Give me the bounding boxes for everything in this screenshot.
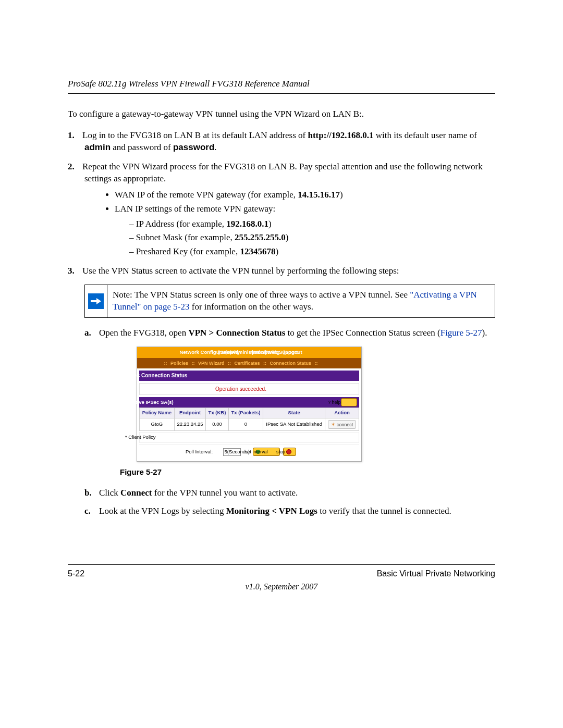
client-policy-note: * Client Policy (139, 432, 359, 443)
note-icon-cell (85, 285, 107, 317)
table-header-row: Policy Name Endpoint Tx (KB) Tx (Packets… (140, 408, 359, 418)
lan-address: http://192.168.0.1 (308, 130, 374, 140)
table-title: ⊞ Active IPSec SA(s) (141, 399, 174, 406)
monitoring-path: Monitoring < VPN Logs (226, 506, 317, 516)
sub-nav: :: Policies :: VPN Wizard :: Certificate… (137, 358, 361, 368)
cell-endpoint: 22.23.24.25 (174, 418, 205, 431)
connect-bold: Connect (120, 488, 152, 498)
arrow-icon (88, 293, 104, 309)
step-number: 2. (68, 161, 82, 173)
substep-c: c.Look at the VPN Logs by selecting Moni… (84, 505, 495, 517)
step-2-text: Repeat the VPN Wizard process for the FV… (82, 162, 483, 183)
step-number: 1. (68, 130, 82, 142)
stop-icon (286, 449, 291, 454)
help-icon: ? (328, 400, 331, 405)
step-2-dashes: IP Address (for example, 192.168.0.1) Su… (115, 218, 495, 258)
wand-icon: ✶ (331, 421, 335, 428)
subnav-policies[interactable]: Policies (170, 361, 188, 366)
username: admin (84, 142, 111, 152)
dash-ip: IP Address (for example, 192.168.0.1) (129, 218, 495, 230)
note-text: Note: The VPN Status screen is only one … (107, 285, 495, 317)
router-screenshot: Network Configuration| Security| VPN| Ad… (137, 347, 362, 462)
col-action: Action (325, 408, 359, 418)
main-nav: Network Configuration| Security| VPN| Ad… (137, 347, 361, 358)
document-page: ProSafe 802.11g Wireless VPN Firewall FV… (0, 0, 563, 728)
poll-bar: Poll Interval: (Seconds) set interval st… (139, 444, 359, 459)
ipsec-sa-table: Policy Name Endpoint Tx (KB) Tx (Packets… (139, 408, 359, 431)
help-button[interactable]: ? help (341, 398, 357, 406)
dash-subnet: Subnet Mask (for example, 255.255.255.0) (129, 232, 495, 244)
substep-letter: a. (84, 327, 99, 339)
cell-action: ✶connect (325, 418, 359, 431)
col-tx-kb: Tx (KB) (206, 408, 229, 418)
footer-page-number: 5-22 (68, 568, 84, 579)
step-number: 3. (68, 265, 82, 277)
substep-letter: c. (84, 505, 99, 517)
subnav-certificates[interactable]: Certificates (234, 361, 260, 366)
lettered-substeps: a.Open the FVG318, open VPN > Connection… (84, 327, 495, 517)
panel-title: IPSec Connection Status (139, 371, 359, 381)
preshared-key: 12345678 (240, 246, 275, 256)
subnet-mask: 255.255.255.0 (235, 232, 286, 242)
subnav-connection-status[interactable]: Connection Status (270, 361, 312, 366)
cell-policy-name: GtoG (140, 418, 175, 431)
substep-b: b.Click Connect for the VPN tunnel you w… (84, 487, 495, 499)
note-box: Note: The VPN Status screen is only one … (84, 285, 495, 318)
substep-a: a.Open the FVG318, open VPN > Connection… (84, 327, 495, 478)
dash-preshared: Preshared Key (for example, 12345678) (129, 246, 495, 258)
figure-ref-link[interactable]: Figure 5-27 (440, 328, 482, 338)
numbered-steps: 1.Log in to the FVG318 on LAN B at its d… (68, 130, 495, 277)
ip-address: 192.168.0.1 (226, 219, 268, 229)
step-1: 1.Log in to the FVG318 on LAN B at its d… (68, 130, 495, 154)
figure-caption: Figure 5-27 (137, 467, 495, 477)
substep-letter: b. (84, 487, 99, 499)
bullet-lan-ip: LAN IP settings of the remote VPN gatewa… (115, 203, 495, 258)
bullet-wan-ip: WAN IP of the remote VPN gateway (for ex… (115, 189, 495, 201)
stop-button[interactable]: stop (283, 448, 296, 456)
cell-state: IPsec SA Not Established (263, 418, 325, 431)
intro-text: To configure a gateway-to-gateway VPN tu… (68, 108, 495, 120)
cell-tx-packets: 0 (228, 418, 263, 431)
step-2: 2.Repeat the VPN Wizard process for the … (68, 161, 495, 258)
table-row: GtoG 22.23.24.25 0.00 0 IPsec SA Not Est… (140, 418, 359, 431)
running-header: ProSafe 802.11g Wireless VPN Firewall FV… (68, 78, 495, 94)
wan-ip: 14.15.16.17 (298, 190, 340, 200)
poll-label: Poll Interval: (202, 449, 220, 455)
col-tx-packets: Tx (Packets) (228, 408, 263, 418)
step-2-bullets: WAN IP of the remote VPN gateway (for ex… (84, 189, 495, 258)
step-1-text: Log in to the FVG318 on LAN B at its def… (82, 130, 308, 140)
subnav-vpn-wizard[interactable]: VPN Wizard (198, 361, 224, 366)
footer: 5-22 Basic Virtual Private Networking (68, 564, 495, 579)
footer-section: Basic Virtual Private Networking (377, 568, 495, 579)
col-endpoint: Endpoint (174, 408, 205, 418)
cell-tx-kb: 0.00 (206, 418, 229, 431)
connect-button[interactable]: ✶connect (328, 420, 357, 429)
col-state: State (263, 408, 325, 418)
col-policy-name: Policy Name (140, 408, 175, 418)
password: password (173, 142, 214, 152)
vpn-conn-status-path: VPN > Connection Status (188, 328, 285, 338)
step-3: 3.Use the VPN Status screen to activate … (68, 265, 495, 277)
footer-version: v1.0, September 2007 (68, 581, 495, 593)
step-3-text: Use the VPN Status screen to activate th… (82, 266, 399, 276)
table-header-bar: ⊞ Active IPSec SA(s) ? help (139, 397, 359, 408)
status-message: Operation succeeded. (139, 383, 359, 396)
